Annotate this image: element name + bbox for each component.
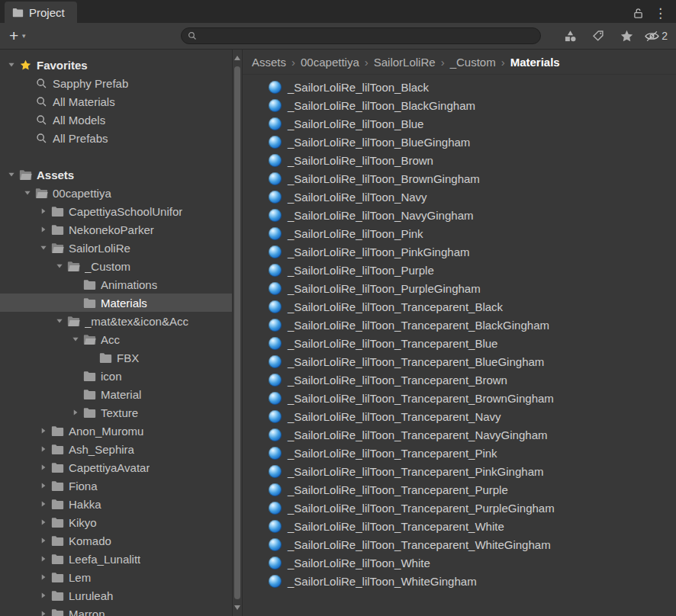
tree-item-fbx[interactable]: FBX (0, 348, 232, 367)
list-item[interactable]: _SailorLoliRe_lilToon_Tranceparent_Navy (269, 407, 676, 425)
list-item[interactable]: _SailorLoliRe_lilToon_PinkGingham (269, 242, 676, 261)
list-item[interactable]: _SailorLoliRe_lilToon_White (269, 553, 676, 572)
list-item[interactable]: _SailorLoliRe_lilToon_Black (269, 78, 676, 96)
left-panel-scrollbar[interactable] (232, 50, 243, 616)
tree-item-acc[interactable]: Acc (0, 330, 232, 348)
tree-item-animations[interactable]: Animations (0, 275, 232, 294)
scrollbar-thumb[interactable] (234, 66, 240, 599)
collapse-arrow-icon[interactable] (21, 188, 34, 197)
expand-arrow-icon[interactable] (37, 573, 50, 582)
tree-item-marron[interactable]: Marron (0, 605, 232, 616)
lock-icon[interactable] (633, 8, 643, 19)
expand-arrow-icon[interactable] (37, 609, 50, 616)
list-item[interactable]: _SailorLoliRe_lilToon_WhiteGingham (269, 572, 676, 590)
scroll-down-arrow[interactable] (234, 605, 240, 610)
list-item[interactable]: _SailorLoliRe_lilToon_Tranceparent_PinkG… (269, 462, 676, 480)
list-item[interactable]: _SailorLoliRe_lilToon_Tranceparent_NavyG… (269, 425, 676, 444)
tree-item-capettiyaschoolunifor[interactable]: CapettiyaSchoolUnifor (0, 202, 232, 220)
list-item[interactable]: _SailorLoliRe_lilToon_PurpleGingham (269, 279, 676, 297)
list-item[interactable]: _SailorLoliRe_lilToon_Tranceparent_Pink (269, 444, 676, 462)
collapse-arrow-icon[interactable] (53, 316, 66, 326)
expand-arrow-icon[interactable] (37, 481, 50, 490)
list-item[interactable]: _SailorLoliRe_lilToon_Tranceparent_Brown (269, 371, 676, 389)
search-icon (34, 132, 48, 145)
tree-item-materials[interactable]: Materials (0, 294, 232, 312)
tree-item-ash-sephira[interactable]: Ash_Sephira (0, 440, 232, 458)
tree-item-capettiyaavatar[interactable]: CapettiyaAvatar (0, 458, 232, 476)
list-item[interactable]: _SailorLoliRe_lilToon_Tranceparent_BlueG… (269, 352, 676, 371)
collapse-arrow-icon[interactable] (37, 243, 50, 252)
list-item[interactable]: _SailorLoliRe_lilToon_Blue (269, 114, 676, 133)
list-item[interactable]: _SailorLoliRe_lilToon_Purple (269, 261, 676, 279)
tree-item-kikyo[interactable]: Kikyo (0, 513, 232, 531)
tree-item-assets[interactable]: Assets (0, 165, 232, 184)
tree-item-icon[interactable]: icon (0, 367, 232, 385)
collapse-arrow-icon[interactable] (69, 335, 82, 344)
save-search-button[interactable] (614, 27, 639, 45)
expand-arrow-icon[interactable] (37, 225, 50, 234)
list-item[interactable]: _SailorLoliRe_lilToon_Brown (269, 151, 676, 169)
search-by-label-button[interactable] (586, 27, 610, 45)
tree-item-all-models[interactable]: All Models (0, 111, 232, 129)
search-input[interactable] (201, 30, 534, 43)
list-item[interactable]: _SailorLoliRe_lilToon_Tranceparent_Black… (269, 316, 676, 334)
expand-arrow-icon[interactable] (37, 444, 50, 454)
breadcrumb-item-materials[interactable]: Materials (510, 56, 560, 69)
search-by-type-button[interactable] (558, 27, 582, 45)
collapse-arrow-icon[interactable] (53, 261, 66, 271)
expand-arrow-icon[interactable] (37, 426, 50, 435)
scroll-up-arrow[interactable] (234, 56, 240, 60)
list-item[interactable]: _SailorLoliRe_lilToon_NavyGingham (269, 206, 676, 224)
tree-item-hakka[interactable]: Hakka (0, 495, 232, 513)
list-item[interactable]: _SailorLoliRe_lilToon_Tranceparent_White (269, 517, 676, 535)
tree-item-00capettiya[interactable]: 00capettiya (0, 184, 232, 202)
list-item[interactable]: _SailorLoliRe_lilToon_Pink (269, 224, 676, 242)
expand-arrow-icon[interactable] (69, 408, 82, 417)
expand-arrow-icon[interactable] (37, 463, 50, 472)
tree-item-custom[interactable]: _Custom (0, 257, 232, 275)
list-item[interactable]: _SailorLoliRe_lilToon_Navy (269, 188, 676, 206)
tree-item-sailorlolire[interactable]: SailorLoliRe (0, 239, 232, 257)
list-item[interactable]: _SailorLoliRe_lilToon_BlackGingham (269, 96, 676, 114)
breadcrumb-item-custom[interactable]: _Custom (450, 56, 496, 69)
tree-item-material[interactable]: Material (0, 385, 232, 403)
expand-arrow-icon[interactable] (37, 518, 50, 527)
tree-item-leefa-lunalitt[interactable]: Leefa_Lunalitt (0, 550, 232, 568)
list-item[interactable]: _SailorLoliRe_lilToon_BrownGingham (269, 169, 676, 188)
breadcrumb-item-assets[interactable]: Assets (252, 56, 286, 69)
create-asset-button[interactable]: + ▼ (6, 29, 30, 43)
expand-arrow-icon[interactable] (37, 554, 50, 563)
expand-arrow-icon[interactable] (37, 207, 50, 216)
list-item[interactable]: _SailorLoliRe_lilToon_Tranceparent_Purpl… (269, 499, 676, 517)
expand-arrow-icon[interactable] (37, 591, 50, 600)
tree-item-fiona[interactable]: Fiona (0, 476, 232, 495)
tree-item-sapphy-prefab[interactable]: Sapphy Prefab (0, 74, 232, 92)
tree-item-mat-tex-icon-acc[interactable]: _mat&tex&icon&Acc (0, 312, 232, 330)
tree-item-nekonekoparker[interactable]: NekonekoParker (0, 220, 232, 239)
list-item[interactable]: _SailorLoliRe_lilToon_Tranceparent_Brown… (269, 389, 676, 407)
breadcrumb-item-00capettiya[interactable]: 00capettiya (301, 56, 359, 69)
expand-arrow-icon[interactable] (37, 536, 50, 545)
collapse-arrow-icon[interactable] (5, 170, 18, 179)
tree-item-texture[interactable]: Texture (0, 403, 232, 422)
list-item[interactable]: _SailorLoliRe_lilToon_Tranceparent_Black (269, 297, 676, 316)
list-item[interactable]: _SailorLoliRe_lilToon_BlueGingham (269, 133, 676, 151)
kebab-menu-icon[interactable]: ⋮ (652, 7, 668, 20)
hidden-packages-toggle[interactable]: 2 (642, 27, 670, 45)
search-field[interactable] (181, 27, 541, 44)
tree-item-all-materials[interactable]: All Materials (0, 92, 232, 111)
list-item[interactable]: _SailorLoliRe_lilToon_Tranceparent_Blue (269, 334, 676, 352)
tree-item-anon-muromu[interactable]: Anon_Muromu (0, 422, 232, 440)
list-item[interactable]: _SailorLoliRe_lilToon_Tranceparent_Purpl… (269, 480, 676, 499)
list-item[interactable]: _SailorLoliRe_lilToon_Tranceparent_White… (269, 535, 676, 553)
tree-item-luruleah[interactable]: Luruleah (0, 586, 232, 605)
collapse-arrow-icon[interactable] (5, 60, 18, 69)
tree-item-favorites[interactable]: Favorites (0, 56, 232, 74)
tree-item-lem[interactable]: Lem (0, 568, 232, 586)
tree-item-all-prefabs[interactable]: All Prefabs (0, 129, 232, 147)
expand-arrow-icon[interactable] (37, 499, 50, 509)
tree-item-komado[interactable]: Komado (0, 531, 232, 550)
asset-label: _SailorLoliRe_lilToon_WhiteGingham (288, 575, 477, 588)
tab-project[interactable]: Project (5, 2, 77, 23)
breadcrumb-item-sailorlolire[interactable]: SailorLoliRe (374, 56, 436, 69)
